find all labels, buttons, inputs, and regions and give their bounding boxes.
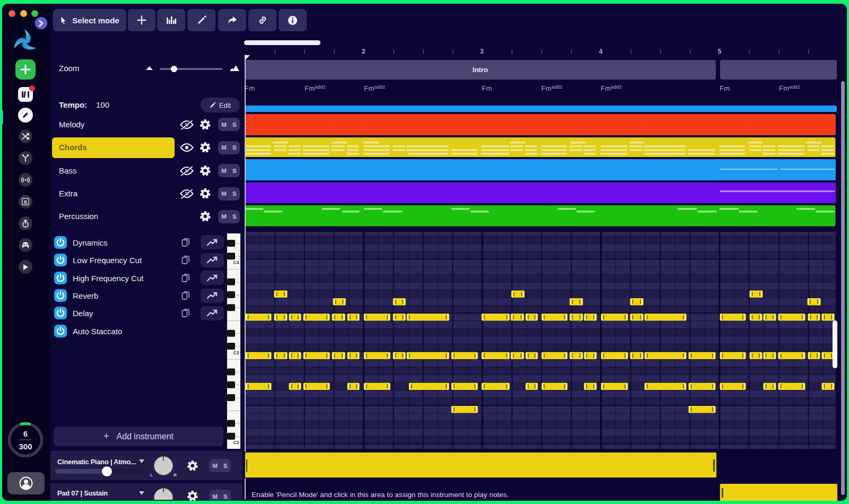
svg-text:6: 6: [23, 430, 28, 438]
svg-text:300: 300: [19, 442, 32, 451]
svg-text:C3: C3: [233, 350, 239, 355]
svg-text:C4: C4: [233, 260, 239, 265]
svg-text:C2: C2: [233, 440, 239, 445]
svg-text:$: $: [24, 199, 27, 205]
